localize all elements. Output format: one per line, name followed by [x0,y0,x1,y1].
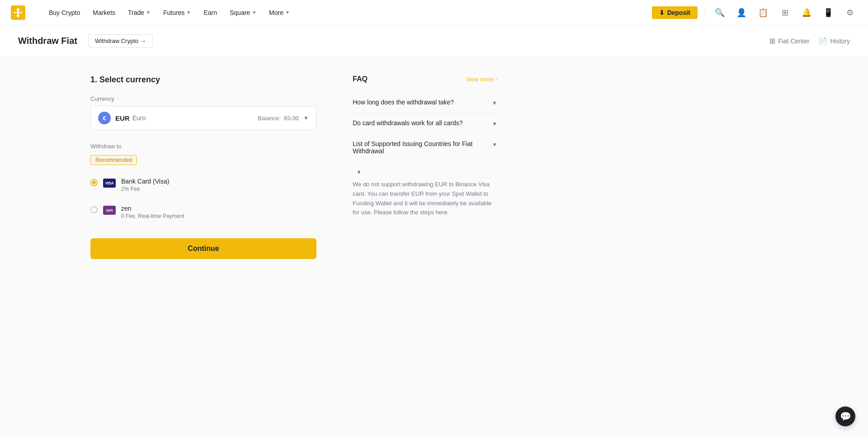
square-chevron-icon: ▼ [252,10,256,15]
orders-icon: 📋 [758,8,768,18]
bank-card-info: Bank Card (Visa) 2% Fee [121,178,316,192]
fiat-center-icon: ⊞ [769,37,775,45]
section-title: 1. Select currency [90,75,316,85]
nav-markets[interactable]: Markets [87,5,121,20]
view-more-chevron-icon: › [495,76,497,83]
faq-item-2: List of Supported Issuing Countries for … [353,134,497,161]
deposit-icon: ⬇ [659,9,665,16]
nav-earn[interactable]: Earn [198,5,222,20]
faq-item-3: ▼ We do not support withdrawing EUR to B… [353,161,497,224]
balance-value: €0.00 [284,115,299,122]
support-button[interactable]: 💬 [835,406,855,426]
withdraw-to-label: Withdraw to [90,143,316,150]
page-title: Withdraw Fiat [18,36,77,46]
bank-card-option[interactable]: VISA Bank Card (Visa) 2% Fee [90,171,316,198]
binance-logo[interactable] [11,5,29,20]
history-link[interactable]: 📄 History [818,37,850,45]
faq-question-text-2: List of Supported Issuing Countries for … [353,140,486,155]
faq-chevron-3-icon: ▼ [356,169,362,175]
faq-question-text-0: How long does the withdrawal take? [353,99,486,106]
faq-chevron-1-icon: ▼ [492,121,497,127]
user-icon: 👤 [736,8,746,18]
faq-question-2[interactable]: List of Supported Issuing Countries for … [353,140,497,155]
bank-card-radio[interactable] [90,179,98,186]
orders-button[interactable]: 📋 [756,5,770,20]
bell-icon: 🔔 [802,8,811,18]
trade-chevron-icon: ▼ [146,10,151,15]
download-button[interactable]: 📱 [821,5,835,20]
page-header-right: ⊞ Fiat Center 📄 History [769,37,850,45]
search-button[interactable]: 🔍 [712,5,727,20]
nav-trade[interactable]: Trade ▼ [123,5,156,20]
profile-button[interactable]: 👤 [734,5,749,20]
form-section: 1. Select currency Currency € EUR Euro B… [90,75,316,427]
faq-title: FAQ [353,75,368,83]
search-icon: 🔍 [715,8,725,18]
nav-buy-crypto[interactable]: Buy Crypto [43,5,85,20]
recommended-badge: Recommended [90,155,137,165]
download-icon: 📱 [823,8,833,18]
faq-chevron-0-icon: ▼ [492,100,497,106]
faq-question-text-1: Do card withdrawals work for all cards? [353,119,486,127]
apps-icon: ⊞ [782,8,788,18]
settings-button[interactable]: ⚙ [843,5,857,20]
gear-icon: ⚙ [846,8,854,18]
eur-icon: € [98,112,111,124]
view-more-link[interactable]: View more › [466,76,497,83]
deposit-button[interactable]: ⬇ Deposit [652,6,698,19]
page-header: Withdraw Fiat Withdraw Crypto → ⊞ Fiat C… [0,25,868,57]
nav-links: Buy Crypto Markets Trade ▼ Futures ▼ Ear… [43,5,652,20]
faq-question-0[interactable]: How long does the withdrawal take? ▼ [353,99,497,106]
more-chevron-icon: ▼ [285,10,290,15]
fiat-center-link[interactable]: ⊞ Fiat Center [769,37,809,45]
divider [705,8,705,17]
zen-icon: zen [103,206,116,215]
apps-button[interactable]: ⊞ [778,5,792,20]
currency-balance: Balance: €0.00 [258,115,299,122]
zen-radio[interactable] [90,206,98,213]
faq-chevron-2-icon: ▼ [492,142,497,148]
currency-selector[interactable]: € EUR Euro Balance: €0.00 ▼ [90,106,316,130]
navbar-actions: ⬇ Deposit 🔍 👤 📋 ⊞ 🔔 📱 ⚙ [652,5,857,20]
zen-option[interactable]: zen zen 0 Fee, Real-time Payment [90,198,316,226]
futures-chevron-icon: ▼ [186,10,191,15]
faq-item-1: Do card withdrawals work for all cards? … [353,113,497,134]
zen-fee: 0 Fee, Real-time Payment [121,213,316,219]
zen-info: zen 0 Fee, Real-time Payment [121,205,316,219]
faq-section: FAQ View more › How long does the withdr… [353,75,497,427]
currency-label: Currency [90,95,316,102]
notifications-button[interactable]: 🔔 [799,5,814,20]
currency-code: EUR [115,114,130,122]
faq-answer-3: We do not support withdrawing EUR to Bin… [353,180,497,217]
bank-card-name: Bank Card (Visa) [121,178,316,185]
history-icon: 📄 [818,37,827,45]
withdraw-crypto-button[interactable]: Withdraw Crypto → [88,34,153,47]
navbar: Buy Crypto Markets Trade ▼ Futures ▼ Ear… [0,0,868,25]
continue-button[interactable]: Continue [90,238,316,259]
nav-more[interactable]: More ▼ [264,5,295,20]
currency-chevron-icon: ▼ [303,115,309,121]
faq-question-1[interactable]: Do card withdrawals work for all cards? … [353,119,497,127]
support-icon: 💬 [840,411,851,422]
faq-question-3[interactable]: ▼ [353,168,497,175]
currency-name: Euro [132,114,146,122]
faq-header: FAQ View more › [353,75,497,83]
faq-item-0: How long does the withdrawal take? ▼ [353,92,497,113]
nav-futures[interactable]: Futures ▼ [158,5,196,20]
visa-icon: VISA [103,179,116,188]
balance-label: Balance: [258,115,281,122]
zen-name: zen [121,205,316,212]
bank-card-fee: 2% Fee [121,186,316,192]
main-content: 1. Select currency Currency € EUR Euro B… [0,57,868,439]
nav-square[interactable]: Square ▼ [224,5,262,20]
